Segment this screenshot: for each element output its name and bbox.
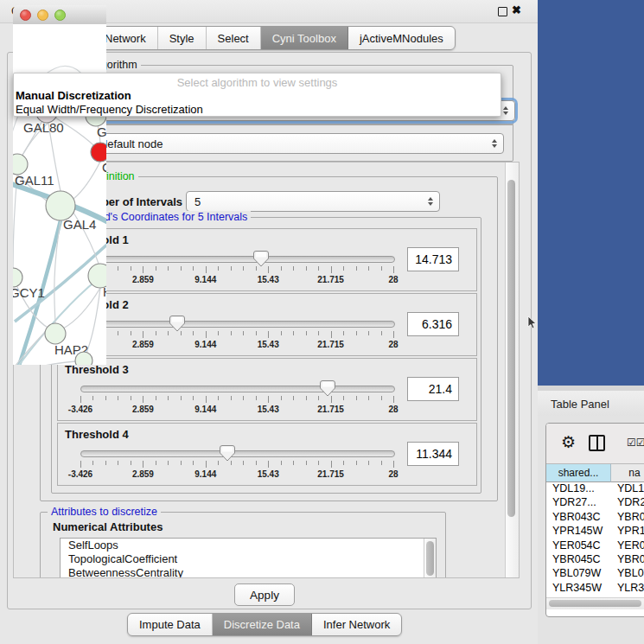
numerical-attributes-list[interactable]: SelfLoopsTopologicalCoefficientBetweenne…	[60, 538, 437, 578]
threshold-value-field[interactable]: 6.316	[407, 312, 459, 336]
tab-jactivemnodules[interactable]: jActiveMNodules	[348, 27, 455, 49]
network-node[interactable]	[46, 191, 75, 220]
column-header[interactable]: shared...	[546, 463, 611, 482]
tick-mark	[368, 331, 369, 335]
slider-thumb[interactable]	[320, 379, 335, 397]
node-label: GAL4	[63, 217, 96, 232]
dropdown-option[interactable]: Equal Width/Frequency Discretization	[14, 103, 501, 117]
tick-mark	[293, 461, 294, 465]
network-node[interactable]	[13, 268, 22, 287]
attribute-item[interactable]: SelfLoops	[61, 539, 436, 552]
threshold-value-field[interactable]: 11.344	[407, 442, 459, 466]
tick-mark	[381, 396, 382, 400]
attribute-item[interactable]: TopologicalCoefficient	[61, 552, 436, 566]
slider-track[interactable]	[80, 450, 395, 457]
column-header[interactable]: na	[611, 463, 644, 482]
tick-mark	[306, 396, 307, 400]
apply-button[interactable]: Apply	[234, 583, 295, 606]
minimize-light[interactable]	[37, 10, 48, 21]
network-node[interactable]	[13, 154, 28, 175]
network-edge[interactable]	[73, 162, 100, 199]
tick-mark	[381, 461, 382, 465]
tick-mark	[268, 396, 269, 403]
checkbox-icon[interactable]: ☑☑	[627, 437, 644, 449]
table-row[interactable]: YDR27...YDR27	[546, 496, 644, 510]
table-rows: YDL19...YDL19YDR27...YDR27YBR043CYBR04YP…	[546, 482, 644, 597]
tab-infer-network[interactable]: Infer Network	[312, 614, 401, 635]
network-window-titlebar[interactable]	[13, 5, 106, 25]
tab-label: Impute Data	[139, 618, 201, 631]
threshold-value-field[interactable]: 14.713	[407, 247, 459, 271]
tick-label: 21.715	[305, 469, 357, 479]
network-edge[interactable]	[16, 361, 76, 365]
attribute-item[interactable]: BetweennessCentrality	[61, 566, 436, 578]
close-icon[interactable]: ✖	[512, 3, 521, 16]
table-row[interactable]: YER054CYER05	[546, 539, 644, 553]
tick-mark	[393, 266, 394, 273]
tick-mark	[393, 461, 394, 468]
table-row[interactable]: YDL19...YDL19	[546, 482, 644, 496]
network-node[interactable]	[75, 352, 92, 365]
algorithm-dropdown-popup: Select algorithm to view settings Manual…	[13, 73, 501, 117]
slider-thumb[interactable]	[169, 315, 185, 332]
node-label: GAL11	[15, 173, 54, 188]
slider-track[interactable]	[80, 256, 395, 263]
table-row[interactable]: YBR045CYBR04	[546, 553, 644, 567]
tick-mark	[331, 266, 332, 273]
table-cell: YLR345W	[546, 582, 611, 596]
network-edge[interactable]	[13, 175, 17, 268]
tick-mark	[356, 331, 357, 335]
zoom-light[interactable]	[54, 10, 66, 21]
node-label: GAL80	[23, 120, 64, 135]
threshold-value-field[interactable]: 21.4	[407, 377, 459, 401]
tick-mark	[118, 331, 118, 335]
tick-mark	[231, 266, 232, 271]
table-row[interactable]: YBL079WYBL07	[546, 567, 644, 581]
tick-mark	[231, 331, 232, 335]
tick-mark	[206, 331, 207, 338]
slider-thumb[interactable]	[220, 444, 235, 462]
slider-track[interactable]	[80, 386, 395, 392]
table-horizontal-scrollbar[interactable]	[546, 597, 644, 609]
close-light[interactable]	[20, 10, 31, 21]
dropdown-options: Manual DiscretizationEqual Width/Frequen…	[14, 89, 501, 117]
network-edge[interactable]	[86, 288, 100, 353]
node-label: GA	[97, 124, 106, 139]
tick-mark	[218, 461, 219, 465]
table-row[interactable]: YLR345WYLR34	[546, 582, 644, 596]
table-panel-body: ⚙ ☑☑ shared...na YDL19...YDL19YDR27...YD…	[538, 416, 644, 644]
tick-mark	[381, 266, 382, 271]
tick-mark	[156, 331, 156, 335]
dropdown-option[interactable]: Manual Discretization	[14, 89, 501, 103]
slider-thumb[interactable]	[253, 250, 269, 267]
tab-style[interactable]: Style	[158, 27, 207, 49]
mouse-cursor	[527, 316, 538, 330]
tab-impute-data[interactable]: Impute Data	[128, 614, 213, 635]
settings-scrollbar[interactable]	[505, 163, 519, 577]
network-node[interactable]	[91, 143, 106, 162]
tick-label: 15.43	[242, 469, 294, 479]
tick-mark	[143, 331, 143, 338]
tab-select[interactable]: Select	[207, 27, 261, 49]
network-edge[interactable]	[17, 109, 96, 164]
tab-cyni-toolbox[interactable]: Cyni Toolbox	[261, 27, 348, 49]
tick-mark	[168, 331, 169, 335]
num-intervals-select[interactable]: 5	[186, 191, 440, 212]
tick-mark	[131, 461, 131, 465]
tick-mark	[256, 461, 257, 465]
network-node[interactable]	[45, 323, 66, 344]
slider-track[interactable]	[80, 321, 395, 328]
table-row[interactable]: YBR043CYBR04	[546, 511, 644, 525]
tick-label: 28	[367, 275, 419, 284]
list-scrollbar[interactable]	[424, 539, 436, 578]
table-cell: YDL19	[611, 482, 644, 496]
gear-icon[interactable]: ⚙	[561, 432, 576, 452]
split-columns-icon[interactable]	[589, 435, 605, 451]
tick-mark	[181, 461, 182, 465]
float-window-icon[interactable]	[498, 7, 507, 16]
tab-discretize-data[interactable]: Discretize Data	[213, 614, 312, 635]
tick-label: 2.859	[117, 275, 169, 284]
combo-arrows-icon	[492, 139, 497, 148]
table-row[interactable]: YPR145WYPR14	[546, 525, 644, 539]
table-header: shared...na	[546, 463, 644, 482]
